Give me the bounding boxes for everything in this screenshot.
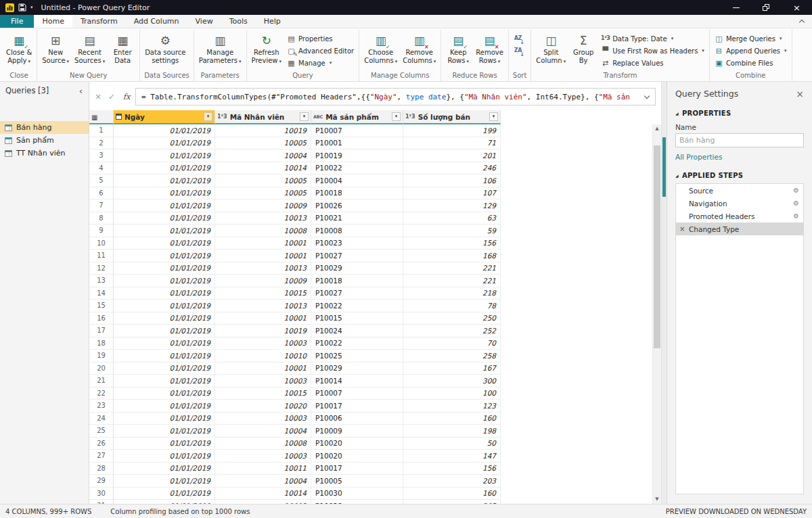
cell[interactable]: 78 xyxy=(403,300,501,312)
row-number[interactable]: 30 xyxy=(89,488,114,500)
cell[interactable]: P10018 xyxy=(311,275,403,287)
cell[interactable]: 01/01/2019 xyxy=(114,350,215,362)
cell[interactable]: P10007 xyxy=(311,387,403,400)
tab-add-column[interactable]: Add Column xyxy=(126,15,187,28)
cell[interactable]: 01/01/2019 xyxy=(114,425,215,438)
cell[interactable]: P10017 xyxy=(311,400,403,413)
recent-sources-button[interactable]: ▤RecentSources▾ xyxy=(72,31,107,65)
select-all-corner[interactable]: ▦ xyxy=(89,110,114,124)
cell[interactable]: 147 xyxy=(403,450,501,463)
scroll-up-icon[interactable]: ▲ xyxy=(653,124,661,133)
all-properties-link[interactable]: All Properties xyxy=(675,153,804,161)
enter-data-button[interactable]: ▦EnterData xyxy=(108,31,137,65)
cell[interactable]: 01/01/2019 xyxy=(114,174,215,187)
row-number[interactable]: 5 xyxy=(89,174,114,187)
cell[interactable]: 01/01/2019 xyxy=(114,488,215,500)
cell[interactable]: 01/01/2019 xyxy=(114,362,215,375)
cell[interactable]: 156 xyxy=(403,463,501,475)
cell[interactable]: P10020 xyxy=(311,438,403,450)
restore-button[interactable] xyxy=(751,0,782,15)
cell[interactable]: 10001 xyxy=(215,362,311,375)
data-source-settings-button[interactable]: ⚙Data sourcesettings xyxy=(143,31,187,65)
cell[interactable]: 168 xyxy=(403,250,501,262)
cell[interactable]: 01/01/2019 xyxy=(114,300,215,312)
cell[interactable]: 10013 xyxy=(215,212,311,225)
refresh-preview-button[interactable]: ↻RefreshPreview▾ xyxy=(250,31,284,65)
cell[interactable]: 123 xyxy=(403,400,501,413)
row-number[interactable]: 2 xyxy=(89,137,114,150)
row-number[interactable]: 9 xyxy=(89,225,114,237)
remove-rows-button[interactable]: ▤×RemoveRows▾ xyxy=(474,31,505,65)
cell[interactable]: 198 xyxy=(403,425,501,438)
cell[interactable]: P10027 xyxy=(311,250,403,262)
cell[interactable]: 156 xyxy=(403,237,501,250)
cell[interactable]: P10007 xyxy=(311,124,403,137)
use-first-row-as-headers-button[interactable]: ▀Use First Row as Headers▾ xyxy=(599,45,706,56)
cell[interactable]: 70 xyxy=(403,337,501,350)
delete-step-icon[interactable]: × xyxy=(679,226,685,233)
row-number[interactable]: 19 xyxy=(89,350,114,362)
cell[interactable]: 221 xyxy=(403,275,501,287)
row-number[interactable]: 11 xyxy=(89,250,114,262)
cell[interactable]: 01/01/2019 xyxy=(114,387,215,400)
row-number[interactable]: 3 xyxy=(89,149,114,162)
cell[interactable]: 10012 xyxy=(215,500,311,504)
cell[interactable]: 01/01/2019 xyxy=(114,149,215,162)
cell[interactable]: 01/01/2019 xyxy=(114,337,215,350)
cell[interactable]: 10019 xyxy=(215,124,311,137)
formula-input[interactable]: = Table.TransformColumnTypes(#"Promoted … xyxy=(135,88,656,105)
cell[interactable]: P10025 xyxy=(311,350,403,362)
cell[interactable]: 01/01/2019 xyxy=(114,375,215,387)
row-number[interactable]: 27 xyxy=(89,450,114,463)
cell[interactable]: 300 xyxy=(403,375,501,387)
status-profiling-link[interactable]: Column profiling based on top 1000 rows xyxy=(110,508,250,515)
split-column-button[interactable]: ◫SplitColumn▾ xyxy=(534,31,568,65)
cell[interactable]: P10009 xyxy=(311,425,403,438)
cell[interactable]: 10005 xyxy=(215,137,311,150)
close-button[interactable]: × xyxy=(782,0,812,15)
query-name-input[interactable] xyxy=(675,133,804,147)
cell[interactable]: P10024 xyxy=(311,325,403,337)
cell[interactable]: 10013 xyxy=(215,300,311,312)
cell[interactable]: 129 xyxy=(403,199,501,212)
row-number[interactable]: 1 xyxy=(89,124,114,137)
row-number[interactable]: 26 xyxy=(89,438,114,450)
scroll-down-icon[interactable]: ▼ xyxy=(653,495,661,504)
combine-files-button[interactable]: ▣Combine Files xyxy=(713,57,789,68)
collapse-ribbon-button[interactable] xyxy=(800,15,804,28)
cell[interactable]: 10001 xyxy=(215,312,311,325)
applied-step-navigation[interactable]: Navigation⚙ xyxy=(676,197,803,210)
close-settings-icon[interactable]: × xyxy=(796,89,804,99)
cell[interactable]: 71 xyxy=(403,137,501,150)
cell[interactable]: 10001 xyxy=(215,250,311,262)
cell[interactable]: 63 xyxy=(403,212,501,225)
query-item-tt-nhan-vien[interactable]: TT Nhân viên xyxy=(0,147,89,160)
cell[interactable]: 199 xyxy=(403,124,501,137)
panel-scrollbar[interactable] xyxy=(661,82,667,504)
formula-cancel-icon[interactable]: × xyxy=(92,92,104,101)
cell[interactable]: 10004 xyxy=(215,475,311,488)
applied-step-changed-type[interactable]: ×Changed Type xyxy=(676,222,803,235)
cell[interactable]: 01/01/2019 xyxy=(114,124,215,137)
cell[interactable]: 10015 xyxy=(215,287,311,300)
cell[interactable]: 10010 xyxy=(215,350,311,362)
row-number[interactable]: 12 xyxy=(89,262,114,275)
cell[interactable]: 01/01/2019 xyxy=(114,325,215,337)
row-number[interactable]: 28 xyxy=(89,463,114,475)
cell[interactable]: 10011 xyxy=(215,463,311,475)
row-number[interactable]: 20 xyxy=(89,362,114,375)
tab-view[interactable]: View xyxy=(187,15,221,28)
column-header-so-luong-ban[interactable]: 1²3Số lượng bán▾ xyxy=(403,110,501,124)
cell[interactable]: P10022 xyxy=(311,162,403,175)
minimize-button[interactable] xyxy=(721,0,751,15)
cell[interactable]: 01/01/2019 xyxy=(114,463,215,475)
cell[interactable]: 01/01/2019 xyxy=(114,438,215,450)
keep-rows-button[interactable]: ▤✓KeepRows▾ xyxy=(444,31,472,65)
applied-steps-section-header[interactable]: ◢ APPLIED STEPS xyxy=(675,172,804,179)
cell[interactable]: 01/01/2019 xyxy=(114,275,215,287)
cell[interactable]: 10005 xyxy=(215,174,311,187)
row-number[interactable]: 29 xyxy=(89,475,114,488)
cell[interactable]: P10019 xyxy=(311,149,403,162)
row-number[interactable]: 21 xyxy=(89,375,114,387)
cell[interactable]: 10014 xyxy=(215,488,311,500)
